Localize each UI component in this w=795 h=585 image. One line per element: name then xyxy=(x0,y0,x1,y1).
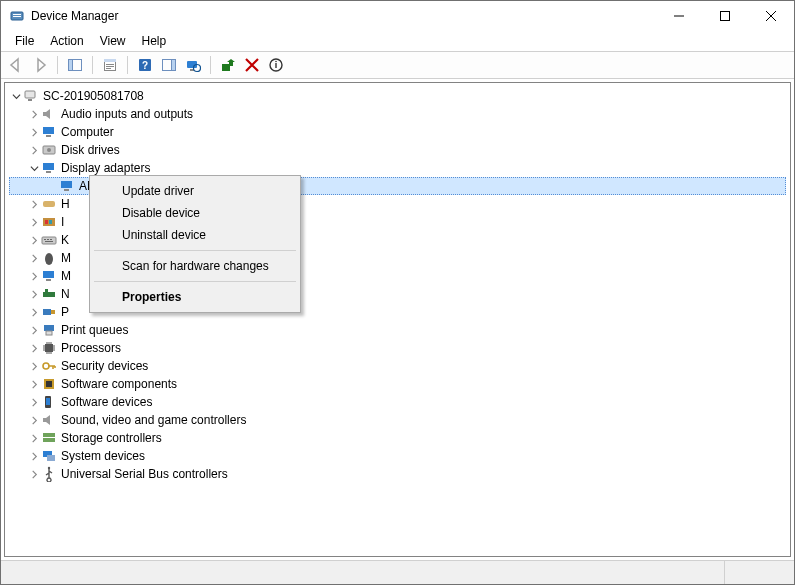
svg-rect-22 xyxy=(28,99,32,101)
svg-rect-3 xyxy=(721,12,730,21)
svg-rect-37 xyxy=(47,239,49,240)
svg-rect-21 xyxy=(25,91,35,98)
tree-category-node[interactable]: Processors xyxy=(9,339,786,357)
minimize-button[interactable] xyxy=(656,1,702,31)
chevron-right-icon[interactable] xyxy=(27,254,41,263)
chevron-right-icon[interactable] xyxy=(27,110,41,119)
svg-rect-44 xyxy=(45,289,48,292)
key-icon xyxy=(41,358,57,374)
scan-hardware-button[interactable] xyxy=(182,54,204,76)
menubar: File Action View Help xyxy=(1,31,794,51)
svg-point-20 xyxy=(275,61,277,63)
back-button[interactable] xyxy=(5,54,27,76)
help-button[interactable]: ? xyxy=(134,54,156,76)
chevron-right-icon[interactable] xyxy=(27,452,41,461)
svg-rect-46 xyxy=(44,325,54,331)
chevron-right-icon[interactable] xyxy=(27,128,41,137)
tree-category-node[interactable]: Storage controllers xyxy=(9,429,786,447)
tree-category-node[interactable]: System devices xyxy=(9,447,786,465)
chevron-right-icon[interactable] xyxy=(27,416,41,425)
chevron-right-icon[interactable] xyxy=(27,308,41,317)
svg-rect-10 xyxy=(106,68,111,69)
svg-rect-41 xyxy=(43,271,54,278)
svg-rect-14 xyxy=(172,60,176,71)
status-bar xyxy=(1,560,794,584)
context-menu-item-disable-device[interactable]: Disable device xyxy=(92,202,298,224)
update-driver-button[interactable] xyxy=(217,54,239,76)
tree-category-node[interactable]: Print queues xyxy=(9,321,786,339)
context-menu-item-uninstall-device[interactable]: Uninstall device xyxy=(92,224,298,246)
chevron-right-icon[interactable] xyxy=(27,380,41,389)
chevron-right-icon[interactable] xyxy=(27,344,41,353)
close-button[interactable] xyxy=(748,1,794,31)
disable-device-button[interactable] xyxy=(265,54,287,76)
node-label: I xyxy=(61,213,64,231)
node-label: M xyxy=(61,249,71,267)
chevron-down-icon[interactable] xyxy=(9,92,23,101)
tree-category-node[interactable]: Universal Serial Bus controllers xyxy=(9,465,786,483)
svg-rect-43 xyxy=(43,292,55,297)
chevron-right-icon[interactable] xyxy=(27,200,41,209)
window-controls xyxy=(656,1,794,31)
component-icon xyxy=(41,376,57,392)
svg-rect-7 xyxy=(104,59,116,62)
chevron-down-icon[interactable] xyxy=(27,164,41,173)
node-label: Disk drives xyxy=(61,141,120,159)
status-bar-right xyxy=(724,561,794,584)
svg-rect-27 xyxy=(43,163,54,170)
action-pane-button[interactable] xyxy=(158,54,180,76)
tree-category-node[interactable]: Sound, video and game controllers xyxy=(9,411,786,429)
tree-category-node[interactable]: Security devices xyxy=(9,357,786,375)
tree-category-node[interactable]: Software devices xyxy=(9,393,786,411)
context-menu-item-scan-hardware[interactable]: Scan for hardware changes xyxy=(92,255,298,277)
show-hide-console-tree-button[interactable] xyxy=(64,54,86,76)
svg-rect-30 xyxy=(64,189,69,191)
forward-button[interactable] xyxy=(29,54,51,76)
printer-icon xyxy=(41,322,57,338)
ide-icon xyxy=(41,214,57,230)
tree-category-node[interactable]: Audio inputs and outputs xyxy=(9,105,786,123)
node-label: Processors xyxy=(61,339,121,357)
node-label: M xyxy=(61,267,71,285)
chevron-right-icon[interactable] xyxy=(27,236,41,245)
chevron-right-icon[interactable] xyxy=(27,470,41,479)
svg-rect-23 xyxy=(43,127,54,134)
node-label: Security devices xyxy=(61,357,148,375)
menu-file[interactable]: File xyxy=(7,31,42,51)
tree-category-node[interactable]: Computer xyxy=(9,123,786,141)
node-label: P xyxy=(61,303,69,321)
menu-action[interactable]: Action xyxy=(42,31,91,51)
svg-rect-35 xyxy=(42,237,56,244)
chevron-right-icon[interactable] xyxy=(27,218,41,227)
chevron-right-icon[interactable] xyxy=(27,434,41,443)
svg-rect-51 xyxy=(46,381,52,387)
node-label: Software devices xyxy=(61,393,152,411)
properties-button[interactable] xyxy=(99,54,121,76)
tree-category-node[interactable]: Software components xyxy=(9,375,786,393)
port-icon xyxy=(41,304,57,320)
context-menu-item-update-driver[interactable]: Update driver xyxy=(92,180,298,202)
node-label: H xyxy=(61,195,70,213)
tree-category-node[interactable]: Disk drives xyxy=(9,141,786,159)
svg-rect-24 xyxy=(46,135,51,137)
chevron-right-icon[interactable] xyxy=(27,398,41,407)
chevron-right-icon[interactable] xyxy=(27,362,41,371)
context-menu-item-properties[interactable]: Properties xyxy=(92,286,298,308)
computer-icon xyxy=(23,88,39,104)
chevron-right-icon[interactable] xyxy=(27,146,41,155)
node-label: Sound, video and game controllers xyxy=(61,411,246,429)
chevron-right-icon[interactable] xyxy=(27,326,41,335)
context-menu-separator xyxy=(94,250,296,251)
title-bar: Device Manager xyxy=(1,1,794,31)
software-icon xyxy=(41,394,57,410)
monitor-icon xyxy=(41,124,57,140)
maximize-button[interactable] xyxy=(702,1,748,31)
chevron-right-icon[interactable] xyxy=(27,290,41,299)
svg-rect-55 xyxy=(43,438,55,442)
content-area: SC-201905081708 Audio inputs and outputs… xyxy=(1,79,794,560)
menu-help[interactable]: Help xyxy=(134,31,175,51)
tree-root-node[interactable]: SC-201905081708 xyxy=(9,87,786,105)
menu-view[interactable]: View xyxy=(92,31,134,51)
chevron-right-icon[interactable] xyxy=(27,272,41,281)
uninstall-device-button[interactable] xyxy=(241,54,263,76)
